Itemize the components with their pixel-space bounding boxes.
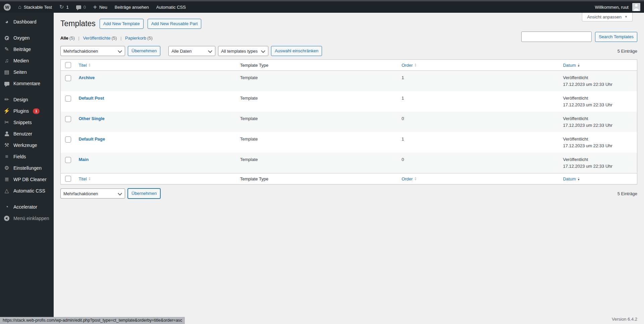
sidebar-item-accelerator[interactable]: ◔ Accelerator (0, 201, 54, 213)
sidebar-item-automatic-css[interactable]: △ Automatic CSS (0, 185, 54, 197)
sidebar-item-werkzeuge[interactable]: ⚒ Werkzeuge (0, 140, 54, 151)
bulk-action-select[interactable]: Mehrfachaktionen (60, 46, 125, 56)
plus-icon: + (93, 4, 97, 10)
page-title: Templates (60, 19, 96, 29)
column-header-titel[interactable]: Titel▲▼ (75, 60, 237, 71)
view-filter-links: Alle(5) | Veröffentlichte(5) | Papierkor… (60, 36, 153, 42)
column-header-datum-bottom[interactable]: Datum▲▼ (559, 173, 637, 184)
template-row: Other Single Template 0 Veröffentlicht 1… (61, 112, 637, 132)
views-and-search-row: Alle(5) | Veröffentlichte(5) | Papierkor… (60, 32, 637, 42)
template-title-link[interactable]: Archive (79, 75, 95, 80)
row-checkbox[interactable] (65, 116, 71, 122)
status-text: Veröffentlicht (563, 75, 588, 80)
select-all-checkbox[interactable] (65, 62, 71, 68)
apply-button-bottom[interactable]: Übernehmen (128, 188, 160, 199)
date-text: 17.12.2023 um 22:33 Uhr (563, 82, 634, 87)
template-title-link[interactable]: Default Post (79, 96, 104, 101)
column-header-order-bottom[interactable]: Order▲▼ (398, 173, 559, 184)
new-label: Neu (99, 5, 107, 10)
tablenav-bottom: Mehrfachaktionen Übernehmen 5 Einträge (60, 188, 637, 199)
settings-icon: ⚙ (3, 165, 10, 171)
search-templates-button[interactable]: Search Templates (595, 32, 637, 42)
template-type-cell: Template (237, 91, 398, 112)
sidebar-item-dashboard[interactable]: ◕ Dashboard (0, 16, 54, 28)
template-row: Main Template 0 Veröffentlicht 17.12.202… (61, 153, 637, 173)
status-text: Veröffentlicht (563, 116, 588, 121)
sidebar-item-seiten[interactable]: ▤ Seiten (0, 66, 54, 78)
date-cell: Veröffentlicht 17.12.2023 um 22:33 Uhr (559, 112, 637, 132)
collapse-arrow-icon (3, 215, 10, 221)
search-input[interactable] (521, 32, 592, 42)
sidebar-item-benutzer[interactable]: Benutzer (0, 128, 54, 140)
list-icon: ≡ (3, 154, 10, 160)
sidebar-item-beitraege[interactable]: ✎ Beiträge (0, 44, 54, 55)
automatic-css-menu[interactable]: Automatic CSS (153, 1, 190, 13)
view-posts-link[interactable]: Beiträge ansehen (111, 1, 153, 13)
row-checkbox[interactable] (65, 137, 71, 143)
column-header-order[interactable]: Order▲▼ (398, 60, 559, 71)
sidebar-item-einstellungen[interactable]: ⚙ Einstellungen (0, 162, 54, 174)
title-cell: Archive (75, 71, 237, 92)
sidebar-item-wp-db-cleaner[interactable]: ≣ WP DB Cleaner (0, 174, 54, 185)
template-row: Default Post Template 1 Veröffentlicht 1… (61, 91, 637, 112)
add-new-reusable-part-button[interactable]: Add New Reusable Part (148, 19, 202, 29)
column-header-datum[interactable]: Datum▲▼ (559, 60, 637, 71)
greeting-text: Willkommen, ruut (595, 5, 629, 10)
date-filter-select[interactable]: Alle Daten (168, 46, 215, 56)
wp-logo-menu[interactable]: W (0, 1, 14, 13)
apply-button[interactable]: Übernehmen (128, 46, 160, 56)
template-title-link[interactable]: Default Page (79, 137, 105, 142)
sidebar-item-oxygen[interactable]: Oxygen (0, 32, 54, 44)
updates-link[interactable]: ↻ 1 (56, 1, 72, 13)
type-filter-select[interactable]: All templates types (218, 46, 268, 56)
comments-count: 0 (84, 5, 86, 10)
date-cell: Veröffentlicht 17.12.2023 um 22:33 Uhr (559, 153, 637, 173)
date-cell: Veröffentlicht 17.12.2023 um 22:33 Uhr (559, 71, 637, 92)
account-menu[interactable]: Willkommen, ruut (591, 1, 644, 13)
comments-link[interactable]: 0 (72, 1, 90, 13)
templates-table: Titel▲▼ Template Type Order▲▼ Datum▲▼ Ar… (60, 59, 637, 184)
sort-arrows-icon: ▲▼ (578, 63, 580, 67)
sidebar-item-menu-einklappen[interactable]: Menü einklappen (0, 213, 54, 224)
sidebar-item-design[interactable]: ✏ Design (0, 94, 54, 105)
select-all-checkbox-bottom[interactable] (65, 176, 71, 182)
sidebar-item-medien[interactable]: ♫ Medien (0, 55, 54, 66)
template-type-cell: Template (237, 112, 398, 132)
column-header-titel-bottom[interactable]: Titel▲▼ (75, 173, 237, 184)
sidebar-item-kommentare[interactable]: Kommentare (0, 78, 54, 89)
table-header-bottom: Titel▲▼ Template Type Order▲▼ Datum▲▼ (61, 173, 637, 184)
template-title-link[interactable]: Main (79, 157, 89, 162)
automatic-css-icon: △ (3, 188, 10, 194)
template-type-cell: Template (237, 153, 398, 173)
dashboard-icon: ◕ (3, 19, 10, 25)
site-name-link[interactable]: ⌂ Stackable Test (14, 1, 56, 13)
pushpin-icon: ✎ (3, 46, 10, 52)
row-checkbox[interactable] (65, 157, 71, 163)
screen-options-button[interactable]: Ansicht anpassen ▼ (582, 13, 633, 21)
updates-count: 1 (66, 5, 68, 10)
sort-arrows-icon: ▲▼ (414, 177, 417, 181)
new-content-link[interactable]: + Neu (90, 1, 111, 13)
column-header-template-type-bottom: Template Type (237, 173, 398, 184)
add-new-template-button[interactable]: Add New Template (100, 19, 144, 29)
date-text: 17.12.2023 um 22:33 Uhr (563, 123, 634, 128)
title-cell: Other Single (75, 112, 237, 132)
site-name: Stackable Test (24, 5, 52, 10)
view-veroeffentlichte[interactable]: Veröffentlichte(5) (83, 36, 118, 41)
sidebar-menu: ◕ Dashboard Oxygen ✎ Beiträge ♫ Medien ▤… (0, 16, 54, 224)
sidebar-item-plugins[interactable]: ⚡ Plugins 1 (0, 105, 54, 117)
sidebar-item-fields[interactable]: ≡ Fields (0, 151, 54, 162)
order-cell: 1 (398, 132, 559, 153)
sidebar-item-snippets[interactable]: ✂ Snippets (0, 117, 54, 128)
row-checkbox[interactable] (65, 96, 71, 102)
template-row: Default Page Template 1 Veröffentlicht 1… (61, 132, 637, 153)
bulk-action-select-bottom[interactable]: Mehrfachaktionen (60, 188, 125, 199)
comments-icon (3, 80, 10, 87)
view-papierkorb[interactable]: Papierkorb(5) (125, 36, 153, 41)
view-alle[interactable]: Alle(5) (60, 36, 76, 41)
admin-sidebar: ◕ Dashboard Oxygen ✎ Beiträge ♫ Medien ▤… (0, 13, 54, 324)
filter-button[interactable]: Auswahl einschränken (271, 46, 322, 56)
template-title-link[interactable]: Other Single (79, 116, 105, 121)
row-checkbox[interactable] (65, 75, 71, 81)
wordpress-logo-icon: W (4, 4, 11, 11)
